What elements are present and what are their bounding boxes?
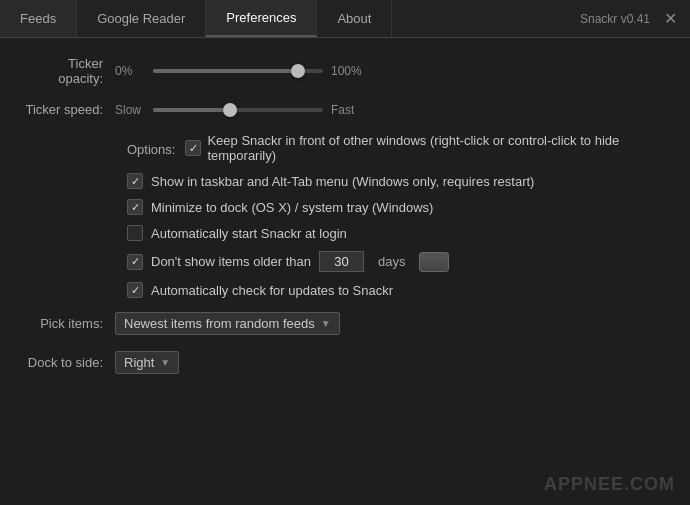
dock-to-side-dropdown[interactable]: Right ▼ — [115, 351, 179, 374]
checkbox-show-taskbar-label: Show in taskbar and Alt-Tab menu (Window… — [151, 174, 534, 189]
pick-items-row: Pick items: Newest items from random fee… — [20, 312, 670, 335]
watermark: APPNEE.COM — [544, 474, 675, 495]
preferences-panel: Ticker opacity: 0% 100% Ticker speed: Sl… — [0, 38, 690, 505]
option-keep-front: Options: Keep Snackr in front of other w… — [127, 133, 670, 163]
dock-to-side-arrow-icon: ▼ — [160, 357, 170, 368]
dock-to-side-row: Dock to side: Right ▼ — [20, 351, 670, 374]
close-button[interactable]: ✕ — [658, 7, 682, 31]
checkbox-keep-front-label: Keep Snackr in front of other windows (r… — [207, 133, 670, 163]
options-group: Options: Keep Snackr in front of other w… — [20, 133, 670, 298]
option-auto-start: Automatically start Snackr at login — [127, 225, 670, 241]
tab-about[interactable]: About — [317, 0, 392, 37]
checkbox-minimize-dock[interactable] — [127, 199, 143, 215]
checkbox-auto-update-label: Automatically check for updates to Snack… — [151, 283, 393, 298]
ticker-opacity-label: Ticker opacity: — [20, 56, 115, 86]
days-input[interactable] — [319, 251, 364, 272]
ticker-speed-label: Ticker speed: — [20, 102, 115, 117]
days-label: days — [378, 254, 405, 269]
dock-to-side-label: Dock to side: — [20, 355, 115, 370]
pick-items-dropdown[interactable]: Newest items from random feeds ▼ — [115, 312, 340, 335]
pick-items-value: Newest items from random feeds — [124, 316, 315, 331]
checkbox-dont-show-older-label: Don't show items older than — [151, 254, 311, 269]
checkbox-auto-start[interactable] — [127, 225, 143, 241]
checkbox-auto-start-label: Automatically start Snackr at login — [151, 226, 347, 241]
tab-preferences[interactable]: Preferences — [206, 0, 317, 37]
dock-to-side-value: Right — [124, 355, 154, 370]
ticker-opacity-max: 100% — [331, 64, 362, 78]
checkbox-show-taskbar[interactable] — [127, 173, 143, 189]
checkbox-dont-show-older[interactable] — [127, 254, 143, 270]
app-title: Snackr v0.41 — [580, 12, 650, 26]
option-minimize-dock: Minimize to dock (OS X) / system tray (W… — [127, 199, 670, 215]
ticker-speed-slider-container: Slow Fast — [115, 103, 361, 117]
ticker-speed-track[interactable] — [153, 108, 323, 112]
ticker-opacity-slider-container: 0% 100% — [115, 64, 362, 78]
option-show-taskbar: Show in taskbar and Alt-Tab menu (Window… — [127, 173, 670, 189]
ticker-opacity-row: Ticker opacity: 0% 100% — [20, 56, 670, 86]
ticker-opacity-track[interactable] — [153, 69, 323, 73]
days-toggle[interactable] — [419, 252, 449, 272]
checkbox-auto-update[interactable] — [127, 282, 143, 298]
ticker-speed-max: Fast — [331, 103, 361, 117]
checkbox-keep-front[interactable] — [185, 140, 201, 156]
checkbox-minimize-dock-label: Minimize to dock (OS X) / system tray (W… — [151, 200, 433, 215]
pick-items-arrow-icon: ▼ — [321, 318, 331, 329]
pick-items-label: Pick items: — [20, 316, 115, 331]
ticker-speed-min: Slow — [115, 103, 145, 117]
tab-google-reader[interactable]: Google Reader — [77, 0, 206, 37]
option-dont-show-older: Don't show items older than days — [127, 251, 670, 272]
tab-feeds[interactable]: Feeds — [0, 0, 77, 37]
tab-bar: Feeds Google Reader Preferences About Sn… — [0, 0, 690, 38]
ticker-speed-row: Ticker speed: Slow Fast — [20, 102, 670, 117]
ticker-opacity-min: 0% — [115, 64, 145, 78]
option-auto-update: Automatically check for updates to Snack… — [127, 282, 670, 298]
